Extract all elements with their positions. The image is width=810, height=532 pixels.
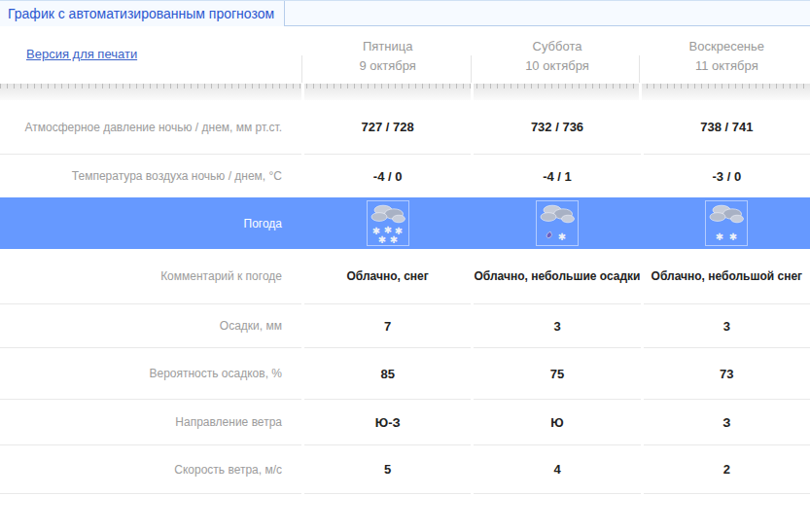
table-header: Версия для печати Пятница 9 октября Субб… [0, 26, 810, 81]
row-weather-label: Погода [0, 197, 301, 249]
row-weather-comment-label: Комментарий к погоде [0, 249, 301, 303]
probability-sunday: 73 [644, 347, 810, 399]
row-wind-speed: Скорость ветра, м/с 5 4 2 [0, 444, 810, 493]
row-temperature: Температура воздуха ночью / днем, °С -4 … [0, 154, 810, 197]
tab-forecast-chart-label: График с автоматизированным прогнозом [8, 6, 274, 21]
wind-speed-friday: 5 [304, 444, 471, 493]
svg-text:✱: ✱ [377, 234, 385, 244]
cloud-snow-icon: ✱ ✱ ✱ ✱ ✱ [369, 202, 407, 244]
timeline-ruler [0, 81, 810, 100]
column-separator [471, 55, 472, 84]
comment-sunday: Облачно, небольшой снег [644, 249, 810, 303]
temperature-saturday: -4 / 1 [474, 154, 640, 197]
row-wind-speed-label: Скорость ветра, м/с [0, 444, 301, 493]
tab-bar-filler [285, 1, 810, 26]
day-name: Пятница [304, 37, 471, 56]
table-bottom-divider [0, 493, 810, 495]
row-precipitation-probability: Вероятность осадков, % 85 75 73 [0, 347, 810, 399]
temperature-sunday: -3 / 0 [644, 154, 810, 197]
pressure-friday: 727 / 728 [304, 100, 471, 154]
day-date: 10 октября [474, 56, 640, 76]
precipitation-sunday: 3 [644, 303, 810, 347]
probability-friday: 85 [304, 347, 471, 399]
comment-saturday: Облачно, небольшие осадки [474, 249, 640, 303]
row-weather-comment: Комментарий к погоде Облачно, снег Облач… [0, 249, 810, 303]
row-precipitation-probability-label: Вероятность осадков, % [0, 347, 301, 399]
row-temperature-label: Температура воздуха ночью / днем, °С [0, 154, 301, 197]
column-separator-gap [471, 83, 474, 100]
wind-direction-saturday: Ю [474, 399, 640, 444]
ruler-ticks [0, 84, 810, 89]
day-header-friday: Пятница 9 октября [304, 31, 471, 76]
column-separator [301, 55, 302, 84]
row-weather: Погода ✱ ✱ ✱ ✱ ✱ [0, 197, 810, 249]
row-wind-direction: Направление ветра Ю-З Ю З [0, 399, 810, 444]
day-name: Воскресенье [644, 37, 810, 56]
wind-direction-friday: Ю-З [304, 399, 471, 444]
column-separator-gap [639, 83, 642, 100]
day-header-saturday: Суббота 10 октября [474, 31, 640, 76]
day-date: 11 октября [644, 56, 810, 76]
svg-text:✱: ✱ [558, 231, 566, 242]
day-name: Суббота [474, 37, 640, 56]
tab-bar: График с автоматизированным прогнозом [0, 0, 810, 26]
cloud-light-snow-icon: ✱ ✱ [707, 202, 746, 244]
column-separator [639, 55, 640, 84]
cloud-rain-and-snow-icon: ✱ [538, 202, 577, 244]
weather-icon-box-sunday: ✱ ✱ [705, 200, 748, 246]
wind-speed-saturday: 4 [474, 444, 640, 493]
tab-forecast-chart[interactable]: График с автоматизированным прогнозом [0, 1, 285, 26]
svg-text:✱: ✱ [716, 231, 723, 242]
precipitation-friday: 7 [304, 303, 471, 347]
precipitation-saturday: 3 [474, 303, 640, 347]
svg-text:✱: ✱ [389, 234, 397, 244]
day-header-sunday: Воскресенье 11 октября [644, 31, 810, 76]
svg-text:✱: ✱ [729, 231, 737, 242]
row-pressure-label: Атмосферное давление ночью / днем, мм рт… [0, 100, 301, 154]
row-pressure: Атмосферное давление ночью / днем, мм рт… [0, 100, 810, 154]
wind-speed-sunday: 2 [644, 444, 810, 493]
column-separator-gap [301, 83, 304, 100]
print-version-link[interactable]: Версия для печати [26, 47, 137, 61]
wind-direction-sunday: З [644, 399, 810, 444]
comment-friday: Облачно, снег [304, 249, 471, 303]
row-wind-direction-label: Направление ветра [0, 399, 301, 444]
pressure-sunday: 738 / 741 [644, 100, 810, 154]
weather-icon-box-saturday: ✱ [536, 200, 579, 246]
day-date: 9 октября [304, 56, 471, 76]
pressure-saturday: 732 / 736 [474, 100, 640, 154]
probability-saturday: 75 [474, 347, 640, 399]
temperature-friday: -4 / 0 [304, 154, 471, 197]
weather-icon-box-friday: ✱ ✱ ✱ ✱ ✱ [367, 200, 409, 246]
row-precipitation: Осадки, мм 7 3 3 [0, 303, 810, 347]
raindrop-icon [546, 231, 552, 238]
row-precipitation-label: Осадки, мм [0, 303, 301, 347]
